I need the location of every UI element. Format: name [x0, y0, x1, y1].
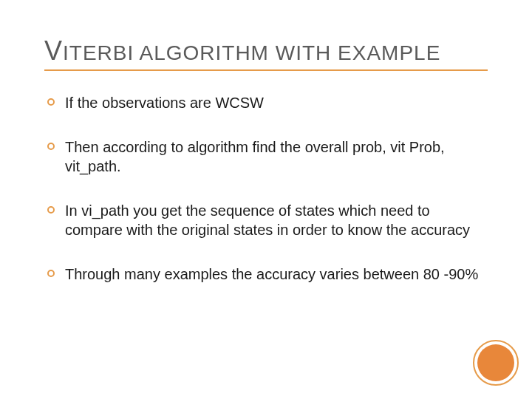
bullet-icon	[47, 270, 55, 277]
list-item: If the observations are WCSW	[47, 93, 488, 112]
list-item: Then according to algorithm find the ove…	[47, 137, 488, 176]
title-rest: ITERBI ALGORITHM WITH EXAMPLE	[63, 41, 440, 64]
bullet-text: Then according to algorithm find the ove…	[65, 137, 488, 176]
title-divider	[44, 69, 488, 71]
bullet-icon	[47, 98, 55, 106]
slide-title: VITERBI ALGORITHM WITH EXAMPLE	[44, 35, 488, 66]
list-item: Through many examples the accuracy varie…	[47, 265, 488, 284]
content-area: If the observations are WCSW Then accord…	[44, 93, 488, 284]
bullet-text: In vi_path you get the sequence of state…	[65, 201, 488, 239]
bullet-icon	[47, 143, 55, 150]
bullet-icon	[47, 206, 55, 214]
bullet-text: Through many examples the accuracy varie…	[65, 265, 488, 284]
bullet-text: If the observations are WCSW	[65, 93, 488, 112]
decorative-circle	[473, 340, 519, 386]
circle-inner-icon	[477, 344, 514, 381]
list-item: In vi_path you get the sequence of state…	[47, 201, 488, 239]
slide: VITERBI ALGORITHM WITH EXAMPLE If the ob…	[0, 0, 532, 399]
title-first-letter: V	[44, 35, 63, 66]
